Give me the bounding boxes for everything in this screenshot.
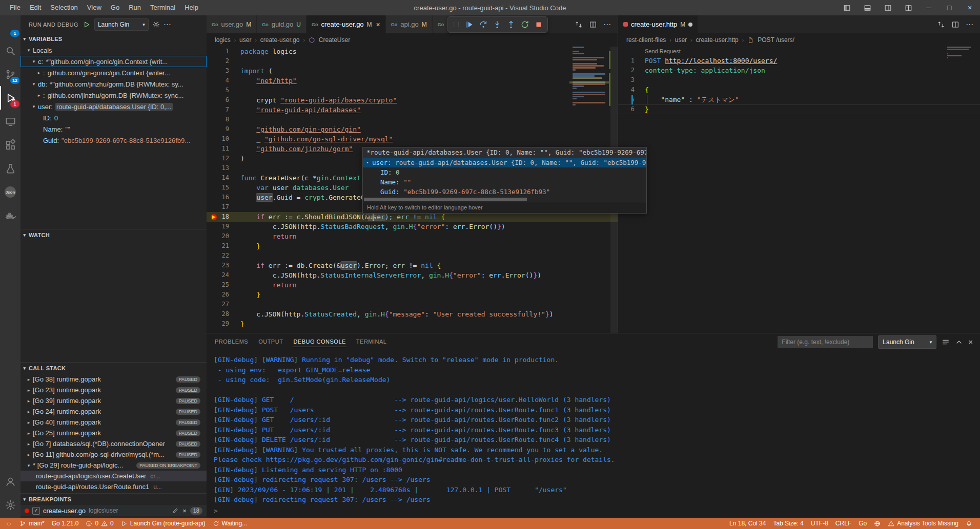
- variable-row[interactable]: ID:0: [21, 112, 207, 123]
- language-mode[interactable]: Go: [855, 518, 870, 529]
- call-stack-frame[interactable]: ▸[Go 24] runtime.goparkPAUSED: [21, 406, 207, 417]
- activity-remote-explorer[interactable]: [0, 110, 21, 133]
- breadcrumb-item[interactable]: CreateUser: [319, 36, 350, 44]
- step-over-button[interactable]: [476, 18, 490, 31]
- breadcrumb-item[interactable]: user: [675, 36, 687, 44]
- go-version-status[interactable]: Go 1.21.0: [48, 518, 83, 529]
- sidebar-more-actions[interactable]: ⋯: [164, 20, 172, 29]
- breakpoint-checkbox[interactable]: ✓: [32, 507, 40, 515]
- analysis-tools-status[interactable]: Analysis Tools Missing: [884, 518, 962, 529]
- call-stack-section-header[interactable]: ▾CALL STACK: [21, 363, 207, 374]
- activity-json-tool[interactable]: Json: [0, 180, 21, 204]
- debug-settings-gear-icon[interactable]: [152, 20, 160, 28]
- breakpoint-current-icon[interactable]: [210, 214, 217, 221]
- activity-testing[interactable]: [0, 157, 21, 180]
- maximize-panel-icon[interactable]: [955, 338, 963, 346]
- stop-button[interactable]: [532, 18, 545, 31]
- console-view-icon[interactable]: [942, 338, 950, 346]
- debug-session-status[interactable]: Launch Gin (route-guid-api): [117, 518, 209, 529]
- close-panel-icon[interactable]: ×: [968, 337, 973, 346]
- toggle-secondary-sidebar-icon[interactable]: [877, 0, 898, 15]
- twistie-icon[interactable]: ▸: [25, 409, 33, 414]
- call-stack-frame[interactable]: ▸[Go 38] runtime.goparkPAUSED: [21, 374, 207, 385]
- menu-run[interactable]: Run: [124, 0, 146, 15]
- menu-terminal[interactable]: Terminal: [146, 0, 180, 15]
- variable-row[interactable]: ▾user:route-guid-api/databases.User {ID:…: [21, 101, 207, 112]
- edit-breakpoint-icon[interactable]: [172, 507, 179, 514]
- maximize-button[interactable]: □: [939, 0, 959, 15]
- tab-guid.go[interactable]: Goguid.goU: [257, 15, 307, 33]
- start-debug-icon[interactable]: [83, 20, 91, 29]
- menu-edit[interactable]: Edit: [25, 0, 46, 15]
- variable-row[interactable]: Name:"": [21, 123, 207, 135]
- toggle-panel-icon[interactable]: [857, 0, 877, 15]
- variable-row[interactable]: ▸:github.com/gin-gonic/gin.Context {writ…: [21, 67, 207, 78]
- more-actions-icon[interactable]: ⋯: [966, 20, 974, 29]
- variable-row[interactable]: ▾c:*"github.com/gin-gonic/gin.Context {w…: [21, 56, 207, 67]
- twistie-icon[interactable]: ▾: [363, 158, 372, 167]
- panel-tab-debug-console[interactable]: DEBUG CONSOLE: [293, 333, 345, 351]
- hover-scrollbar[interactable]: [364, 198, 527, 201]
- menu-go[interactable]: Go: [106, 0, 124, 15]
- breadcrumb-item[interactable]: logics: [215, 36, 231, 44]
- activity-settings[interactable]: [0, 493, 21, 517]
- panel-tab-problems[interactable]: PROBLEMS: [215, 333, 248, 351]
- twistie-icon[interactable]: ▸: [25, 431, 33, 436]
- activity-search[interactable]: [0, 39, 21, 62]
- eol-status[interactable]: CRLF: [832, 518, 855, 529]
- indentation-status[interactable]: Tab Size: 4: [769, 518, 807, 529]
- twistie-icon[interactable]: ▾: [30, 81, 38, 87]
- call-stack-frame[interactable]: ▸[Go 40] runtime.goparkPAUSED: [21, 417, 207, 428]
- close-button[interactable]: ×: [959, 0, 980, 15]
- activity-extensions[interactable]: [0, 133, 21, 157]
- call-stack-frame[interactable]: ▸[Go 11] github.com/go-sql-driver/mysql.…: [21, 449, 207, 460]
- toggle-sidebar-icon[interactable]: [836, 0, 857, 15]
- git-branch-status[interactable]: main*: [16, 518, 48, 529]
- split-editor-icon[interactable]: [589, 20, 597, 29]
- problems-status[interactable]: 00: [82, 518, 117, 529]
- variable-row[interactable]: Guid:"ebc5b199-9269-697c-88c8-513e9126fb…: [21, 135, 207, 146]
- launch-config-select[interactable]: Launch Gin ▾: [94, 18, 149, 31]
- variable-row[interactable]: ▸:github.com/jinzhu/gorm.DB {RWMutex: sy…: [21, 90, 207, 101]
- twistie-icon[interactable]: ▸: [25, 420, 33, 425]
- menu-selection[interactable]: Selection: [46, 0, 82, 15]
- waiting-status[interactable]: Waiting...: [209, 518, 251, 529]
- open-changes-icon[interactable]: [937, 20, 945, 29]
- call-stack-frame[interactable]: route-guid-api/logics/user.CreateUsercr.…: [21, 471, 207, 481]
- activity-explorer[interactable]: 1: [0, 15, 21, 39]
- twistie-icon[interactable]: ▸: [25, 398, 33, 404]
- console-input-prompt[interactable]: >: [214, 506, 980, 516]
- panel-tab-terminal[interactable]: TERMINAL: [356, 333, 387, 351]
- remote-indicator[interactable]: [2, 518, 16, 529]
- tab-create-user.http[interactable]: create-user.httpM: [618, 15, 698, 33]
- twistie-icon[interactable]: ▾: [30, 59, 38, 64]
- tab-user.go[interactable]: Gouser.goM: [207, 15, 257, 33]
- twistie-icon[interactable]: ▸: [35, 93, 43, 98]
- language-status[interactable]: [870, 518, 884, 529]
- split-editor-icon[interactable]: [951, 20, 959, 29]
- step-out-button[interactable]: [504, 18, 518, 31]
- menu-help[interactable]: Help: [180, 0, 203, 15]
- more-actions-icon[interactable]: ⋯: [603, 20, 611, 29]
- debug-session-select[interactable]: Launch Gin ▾: [878, 335, 936, 349]
- variables-section-header[interactable]: ▾VARIABLES: [21, 33, 207, 45]
- encoding-status[interactable]: UTF-8: [807, 518, 832, 529]
- activity-source-control[interactable]: 12: [0, 62, 21, 86]
- hover-row[interactable]: Guid: "ebc5b199-9269-697c-88c8-513e9126f…: [363, 187, 646, 197]
- customize-layout-icon[interactable]: [898, 0, 918, 15]
- send-request-codelens[interactable]: Send Request: [618, 47, 980, 56]
- restart-button[interactable]: [518, 18, 532, 31]
- twistie-icon[interactable]: ▾: [25, 463, 33, 468]
- remove-breakpoint-icon[interactable]: ×: [182, 507, 187, 515]
- breadcrumb-item[interactable]: POST /users/: [758, 36, 794, 44]
- code-editor-http[interactable]: Send Request1POST http://localhost:8000/…: [618, 47, 980, 333]
- variable-row[interactable]: ▾db:*"github.com/jinzhu/gorm.DB {RWMutex…: [21, 78, 207, 90]
- call-stack-frame[interactable]: ▸[Go 25] runtime.goparkPAUSED: [21, 428, 207, 438]
- activity-docker[interactable]: [0, 204, 21, 227]
- activity-accounts[interactable]: [0, 470, 21, 493]
- debug-console-output[interactable]: [GIN-debug] [WARNING] Running in "debug"…: [207, 351, 980, 518]
- breadcrumb-item[interactable]: create-user.go: [260, 36, 300, 44]
- step-into-button[interactable]: [490, 18, 504, 31]
- call-stack-frame[interactable]: ▸[Go 39] runtime.goparkPAUSED: [21, 395, 207, 406]
- tab-api.go[interactable]: Goapi.goM: [386, 15, 433, 33]
